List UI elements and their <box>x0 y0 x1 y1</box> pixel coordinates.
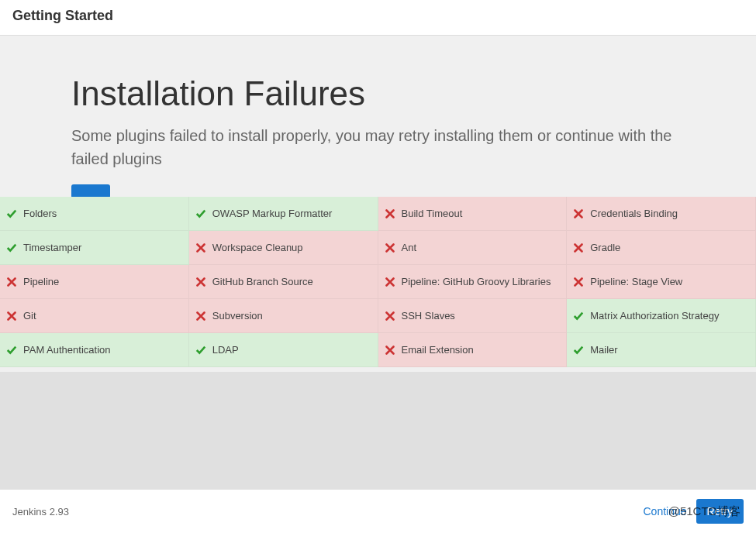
plugin-label: PAM Authentication <box>23 344 111 356</box>
plugin-item: GitHub Branch Source <box>189 265 378 299</box>
continue-link[interactable]: Continue <box>644 505 687 518</box>
plugin-item: Pipeline: Stage View <box>567 265 756 299</box>
plugin-label: Build Timeout <box>402 208 463 219</box>
plugin-item: Subversion <box>189 299 378 333</box>
cross-icon <box>573 242 584 253</box>
retry-button[interactable]: Retry <box>696 499 744 524</box>
cross-icon <box>573 277 584 287</box>
plugin-item: Build Timeout <box>378 197 568 231</box>
cross-icon <box>573 208 584 219</box>
cross-icon <box>385 242 395 253</box>
plugin-label: Mailer <box>590 344 617 356</box>
cross-icon <box>195 277 206 287</box>
plugin-label: SSH Slaves <box>402 310 455 322</box>
check-icon <box>6 242 17 253</box>
footer-actions: Continue Retry <box>644 499 744 524</box>
plugin-item: Timestamper <box>0 231 189 265</box>
plugin-item: Folders <box>0 197 189 231</box>
plugin-label: Workspace Cleanup <box>212 242 303 253</box>
cross-icon <box>385 345 395 356</box>
check-icon <box>6 208 17 219</box>
plugin-label: Subversion <box>212 310 263 322</box>
cross-icon <box>385 311 395 322</box>
plugin-item: Pipeline: GitHub Groovy Libraries <box>378 265 568 299</box>
plugin-label: Pipeline <box>23 276 59 287</box>
plugin-label: Email Extension <box>402 344 474 356</box>
plugin-label: Timestamper <box>23 242 81 253</box>
cross-icon <box>6 311 17 322</box>
plugin-item: Matrix Authorization Strategy <box>567 299 756 333</box>
plugin-item: Mailer <box>567 333 756 367</box>
plugin-label: OWASP Markup Formatter <box>212 208 333 219</box>
plugin-item: Workspace Cleanup <box>189 231 378 265</box>
plugin-label: Ant <box>402 242 417 253</box>
plugin-item: Email Extension <box>378 333 568 367</box>
plugin-item: PAM Authentication <box>0 333 189 367</box>
plugin-grid: FoldersOWASP Markup FormatterBuild Timeo… <box>0 197 756 367</box>
version-label: Jenkins 2.93 <box>12 506 69 518</box>
plugin-label: Git <box>23 310 36 322</box>
cross-icon <box>385 277 395 287</box>
plugin-item: OWASP Markup Formatter <box>189 197 378 231</box>
plugin-item: SSH Slaves <box>378 299 568 333</box>
plugin-label: Pipeline: GitHub Groovy Libraries <box>402 276 551 287</box>
plugin-item: Git <box>0 299 189 333</box>
plugin-item: Gradle <box>567 231 756 265</box>
plugin-item: LDAP <box>189 333 378 367</box>
check-icon <box>6 345 17 356</box>
cross-icon <box>385 208 395 219</box>
footer: Jenkins 2.93 Continue Retry <box>0 489 756 533</box>
plugin-label: Folders <box>23 208 57 219</box>
plugin-item: Pipeline <box>0 265 189 299</box>
page-subtitle: Some plugins failed to install properly,… <box>71 124 685 170</box>
plugin-label: Matrix Authorization Strategy <box>590 310 719 322</box>
plugin-label: GitHub Branch Source <box>212 276 313 287</box>
main-content: Installation Failures Some plugins faile… <box>0 36 756 372</box>
page-title: Installation Failures <box>71 74 685 113</box>
plugin-label: Gradle <box>590 242 620 253</box>
plugin-item: Credentials Binding <box>567 197 756 231</box>
check-icon <box>195 345 206 356</box>
plugin-label: LDAP <box>212 344 239 356</box>
cross-icon <box>195 311 206 322</box>
cross-icon <box>6 277 17 287</box>
topbar-title: Getting Started <box>12 8 744 24</box>
check-icon <box>195 208 206 219</box>
check-icon <box>573 345 584 356</box>
check-icon <box>573 311 584 322</box>
plugin-label: Pipeline: Stage View <box>590 276 682 287</box>
cross-icon <box>195 242 206 253</box>
plugin-label: Credentials Binding <box>590 208 678 219</box>
topbar: Getting Started <box>0 0 756 36</box>
plugin-item: Ant <box>378 231 568 265</box>
